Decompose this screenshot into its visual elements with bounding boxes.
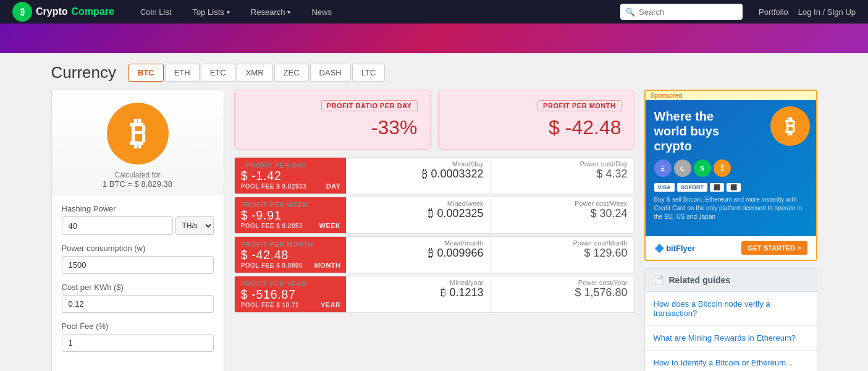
power-consumption-input[interactable]	[62, 256, 214, 274]
hashing-power-group: Hashing Power TH/s GH/s MH/s	[62, 204, 214, 235]
power-year-col: Power cost/Year $ 1,576.80	[490, 276, 634, 312]
nav-top-lists[interactable]: Top Lists ▾	[185, 0, 237, 23]
badge-extra2: ⬛	[727, 183, 741, 192]
page-title: Currency	[51, 63, 116, 82]
pool-fee-input[interactable]	[62, 334, 214, 352]
guide-link-2[interactable]: How to Identify a Bitcoin or Ethereum...	[645, 351, 817, 371]
nav-research[interactable]: Research ▾	[243, 0, 298, 23]
ad-title: Where the world buys crypto	[654, 109, 747, 153]
login-link[interactable]: Log In / Sign Up	[798, 7, 856, 17]
main-grid: ₿ Calculated for 1 BTC = $ 8,829.38 Hash…	[51, 90, 817, 371]
pool-fee-month: Pool Fee $ 0.8800	[241, 262, 313, 269]
hashing-power-label: Hashing Power	[62, 204, 214, 213]
ad-footer-logo: 🔷 bitFlyer	[654, 244, 696, 253]
ad-payment-badges: VISA SOFORT ⬛ ⬛	[654, 183, 807, 192]
guides-title: Related guides	[669, 275, 731, 285]
tab-etc[interactable]: ETC	[201, 64, 235, 82]
mined-month-col: Mined/month ₿ 0.009966	[346, 237, 490, 273]
cost-per-kwh-label: Cost per KWh ($)	[62, 283, 214, 292]
period-day-label: Day	[326, 182, 341, 190]
ad-description: Buy & sell Bitcoin, Ethereum and more in…	[654, 195, 807, 221]
portfolio-link[interactable]: Portfolio	[759, 7, 788, 17]
period-month-label: Month	[314, 262, 341, 269]
ad-body: ₿ Where the world buys crypto Ξ Ł $ ₿ VI…	[646, 100, 816, 236]
power-day-value: $ 4.32	[497, 168, 628, 181]
pool-fee-week: Pool Fee $ 0.2053	[241, 223, 309, 229]
ad-sponsored-label: Sponsored	[646, 91, 816, 100]
power-consumption-group: Power consumption (w)	[62, 244, 214, 274]
guides-header: 📄 Related guides	[645, 269, 817, 292]
brand-name-crypto: Crypto	[36, 6, 68, 17]
brand-logo-link[interactable]: ₿ CryptoCompare	[12, 2, 114, 22]
profit-card-month: PROFIT PER MONTH $ -42.48	[438, 90, 634, 150]
ad-coin-other: $	[694, 160, 711, 177]
currency-header: Currency BTC ETH ETC XMR ZEC DASH LTC	[51, 63, 817, 82]
hashing-power-unit-select[interactable]: TH/s GH/s MH/s	[175, 216, 214, 235]
tab-ltc[interactable]: LTC	[352, 64, 386, 82]
power-consumption-label: Power consumption (w)	[62, 244, 214, 253]
table-row: Profit per month $ -42.48 Pool Fee $ 0.8…	[234, 236, 634, 273]
mined-month-value: ₿ 0.009966	[353, 247, 484, 260]
coin-icon-area: ₿ Calculated for 1 BTC = $ 8,829.38	[52, 90, 224, 195]
period-year-label: Year	[321, 301, 341, 309]
ad-card: Sponsored ₿ Where the world buys crypto …	[644, 90, 817, 261]
tab-zec[interactable]: ZEC	[274, 64, 309, 82]
profit-week-value: $ -9.91	[241, 208, 309, 223]
navbar: ₿ CryptoCompare Coin List Top Lists ▾ Re…	[0, 0, 868, 23]
period-month: Profit per month $ -42.48 Pool Fee $ 0.8…	[235, 237, 346, 273]
profit-day-value: $ -1.42	[241, 169, 307, 183]
badge-visa: VISA	[654, 183, 675, 192]
mined-day-value: ₿ 0.0003322	[353, 168, 484, 181]
detail-table: Profit per day $ -1.42 Pool Fee $ 0.0293…	[234, 157, 634, 313]
search-input[interactable]	[639, 7, 738, 17]
calculated-label: Calculated for	[114, 171, 160, 179]
power-day-col: Power cost/Day $ 4.32	[490, 158, 634, 194]
profit-year-value: $ -516.87	[241, 288, 307, 302]
power-week-value: $ 30.24	[497, 207, 628, 220]
ad-btc-icon: ₿	[770, 106, 810, 146]
brand-logo-icon: ₿	[12, 2, 32, 22]
guides-icon: 📄	[654, 275, 664, 285]
tab-xmr[interactable]: XMR	[237, 64, 273, 82]
badge-extra1: ⬛	[710, 183, 724, 192]
pool-fee-label: Pool Fee (%)	[62, 322, 214, 331]
ad-coin-eth: Ξ	[654, 160, 672, 177]
table-row: Profit per year $ -516.87 Pool Fee $ 10.…	[234, 276, 634, 313]
center-panel: PROFIT RATIO PER DAY -33% PROFIT PER MON…	[234, 90, 634, 371]
cost-per-kwh-input[interactable]	[62, 295, 214, 313]
table-row: Profit per day $ -1.42 Pool Fee $ 0.0293…	[234, 157, 634, 194]
guide-link-0[interactable]: How does a Bitcoin node verify a transac…	[645, 292, 817, 326]
profit-summary: PROFIT RATIO PER DAY -33% PROFIT PER MON…	[234, 90, 634, 150]
mined-year-col: Mined/year ₿ 0.1213	[346, 276, 490, 312]
research-arrow: ▾	[287, 9, 290, 15]
tab-btc[interactable]: BTC	[129, 64, 164, 82]
nav-right-actions: Portfolio Log In / Sign Up	[759, 7, 856, 17]
mined-year-value: ₿ 0.1213	[353, 286, 484, 299]
power-week-col: Power cost/Week $ 30.24	[490, 197, 634, 233]
search-icon: 🔍	[625, 7, 635, 17]
power-year-value: $ 1,576.80	[497, 286, 628, 299]
calculated-value: 1 BTC = $ 8,829.38	[103, 179, 172, 189]
profit-month-value: $ -42.48	[241, 248, 313, 262]
tab-dash[interactable]: DASH	[310, 64, 351, 82]
tab-eth[interactable]: ETH	[165, 64, 200, 82]
mined-week-col: Mined/week ₿ 0.002325	[346, 197, 490, 233]
btc-icon-circle: ₿	[107, 103, 169, 164]
badge-sofort: SOFORT	[677, 183, 708, 192]
table-row: Profit per week $ -9.91 Pool Fee $ 0.205…	[234, 197, 634, 234]
ad-coins-row: Ξ Ł $ ₿	[654, 160, 807, 177]
period-week: Profit per week $ -9.91 Pool Fee $ 0.205…	[235, 197, 346, 233]
guide-link-1[interactable]: What are Mining Rewards in Ethereum?	[645, 326, 817, 351]
brand-name-compare: Compare	[72, 6, 114, 17]
currency-tabs: BTC ETH ETC XMR ZEC DASH LTC	[129, 64, 385, 82]
mined-day-col: Mined/day ₿ 0.0003322	[346, 158, 490, 194]
ad-cta-button[interactable]: GET STARTED >	[741, 241, 807, 255]
left-panel: ₿ Calculated for 1 BTC = $ 8,829.38 Hash…	[51, 90, 224, 371]
nav-coin-list[interactable]: Coin List	[133, 0, 179, 23]
pool-fee-year: Pool Fee $ 10.71	[241, 302, 307, 309]
mined-week-value: ₿ 0.002325	[353, 207, 484, 220]
page-container: Currency BTC ETH ETC XMR ZEC DASH LTC ₿ …	[39, 53, 830, 371]
nav-news[interactable]: News	[304, 0, 339, 23]
hashing-power-input[interactable]	[62, 216, 173, 235]
form-section: Hashing Power TH/s GH/s MH/s Power consu…	[52, 195, 224, 369]
